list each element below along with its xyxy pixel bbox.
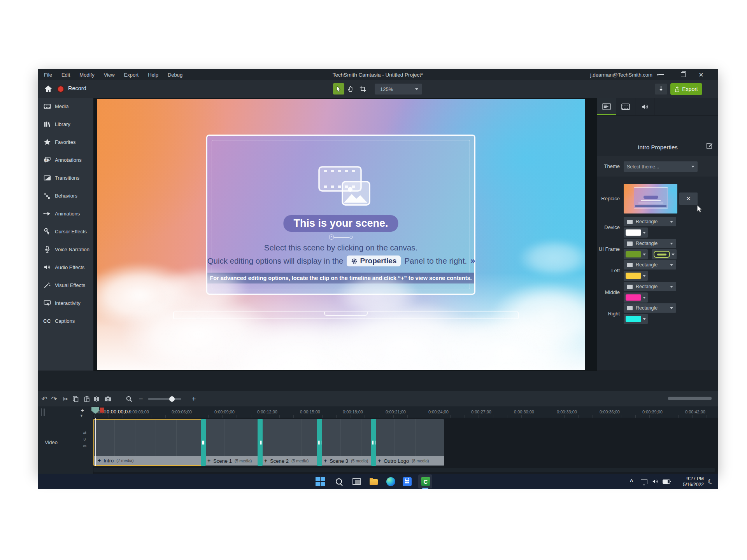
menu-modify[interactable]: Modify [79,72,94,78]
transition-marker[interactable] [317,419,322,466]
clip-outro-logo[interactable]: + Outro Logo (8 media) [374,419,444,466]
record-icon[interactable] [57,86,64,93]
account-menu[interactable]: j.dearman@TechSmith.com [590,69,659,80]
cut-button[interactable]: ✂ [60,391,70,407]
canvas-zoom-dropdown[interactable]: 125% [375,84,422,94]
sidebar-item-library[interactable]: Library [38,118,93,130]
left-shape-dropdown[interactable]: Rectangle [624,260,676,270]
menu-help[interactable]: Help [148,72,158,78]
edge-button[interactable] [386,476,396,486]
device-shape-dropdown[interactable]: Rectangle [624,217,676,226]
ui-frame-shape-dropdown[interactable]: Rectangle [624,239,676,248]
taskbar-clock[interactable]: 9:27 PM 5/16/2022 [674,476,704,487]
playhead-line[interactable] [95,418,96,466]
start-button[interactable] [315,476,325,486]
file-explorer-button[interactable] [368,476,379,486]
sidebar-item-audio-effects[interactable]: Audio Effects [38,261,93,273]
crop-tool-button[interactable] [357,83,368,94]
close-button[interactable]: ✕ [694,69,708,80]
network-tray-button[interactable] [641,474,647,489]
tab-visual-properties[interactable] [597,98,616,115]
clip-scene-3[interactable]: + Scene 3 (5 media) [320,419,374,466]
sidebar-item-favorites[interactable]: Favorites [38,136,93,148]
volume-tray-button[interactable] [652,474,658,489]
split-button[interactable] [91,391,102,407]
device-color-swatch[interactable] [624,228,648,238]
export-button[interactable]: Export [670,83,702,95]
tab-clip-properties[interactable] [616,98,635,115]
copy-button[interactable] [70,391,81,407]
rename-icon[interactable] [706,142,713,149]
middle-shape-dropdown[interactable]: Rectangle [624,282,676,291]
expand-clip-icon[interactable]: + [98,457,101,464]
battery-tray-button[interactable] [663,474,670,489]
zoom-timeline-button[interactable] [124,391,134,407]
redo-button[interactable]: ↷ [49,391,59,407]
sidebar-item-visual-effects[interactable]: Visual Effects [38,279,93,291]
theme-dropdown[interactable]: Select theme... [624,161,698,172]
transition-marker[interactable] [258,419,263,466]
add-track-button[interactable]: + [78,407,87,413]
pan-tool-button[interactable] [345,83,356,94]
middle-color-swatch[interactable] [624,292,648,303]
timeline-zoom-slider[interactable] [148,398,181,400]
sidebar-item-captions[interactable]: CC Captions [38,315,93,327]
menu-view[interactable]: View [104,72,115,78]
store-button[interactable] [402,476,412,486]
clip-scene-2[interactable]: + Scene 2 (5 media) [260,419,320,466]
record-button[interactable]: Record [68,85,86,91]
left-color-swatch[interactable] [624,271,648,281]
expand-clip-icon[interactable]: + [264,458,267,464]
track-gain-control[interactable] [44,408,45,416]
select-tool-button[interactable] [333,83,344,94]
sidebar-item-transitions[interactable]: Transitions [38,172,93,184]
task-view-button[interactable] [351,476,361,486]
tab-audio-properties[interactable] [635,98,654,115]
remove-replace-button[interactable]: ✕ [679,192,698,205]
zoom-out-button[interactable]: − [136,391,146,407]
clip-scene-1[interactable]: + Scene 1 (5 media) [203,419,260,466]
transition-marker[interactable] [201,419,206,466]
paste-button[interactable] [82,391,92,407]
chevron-down-icon[interactable]: ▼ [80,414,83,418]
sidebar-item-voice-narration[interactable]: Voice Narration [38,243,93,255]
transition-marker[interactable] [371,419,376,466]
zoom-in-button[interactable]: + [189,391,199,407]
clip-intro[interactable]: + Intro (7 media) [93,419,203,466]
expand-clip-icon[interactable]: + [324,458,327,464]
timeline-horizontal-scrollbar[interactable] [668,397,712,400]
expand-clip-icon[interactable]: + [378,458,381,464]
night-light-button[interactable]: ☾ [708,474,714,489]
screenshot-button[interactable] [103,391,113,407]
undo-button[interactable]: ↶ [39,391,49,407]
home-button[interactable] [44,84,53,94]
right-shape-dropdown[interactable]: Rectangle [624,303,676,313]
menu-export[interactable]: Export [124,72,139,78]
sidebar-item-animations[interactable]: Animations [38,208,93,219]
device-shape-value: Rectangle [636,219,658,224]
playhead-out-marker[interactable] [100,408,104,413]
minimize-button[interactable] [655,69,668,80]
scene-canvas[interactable]: This is your scene. ✕ Select this scene … [97,99,585,370]
sidebar-item-media[interactable]: Media [38,100,93,112]
tray-chevron[interactable]: ^ [630,474,633,489]
track-gain-control[interactable] [41,408,42,416]
download-button[interactable] [655,84,667,94]
menu-edit[interactable]: Edit [61,72,70,78]
sidebar-item-behaviors[interactable]: Behaviors [38,190,93,201]
sidebar-item-cursor-effects[interactable]: Cursor Effects [38,226,93,237]
sidebar-item-annotations[interactable]: a Annotations [38,154,93,166]
replace-thumbnail[interactable] [624,184,677,214]
ui-frame-fill-swatch[interactable] [624,249,648,259]
right-color-swatch[interactable] [624,314,648,324]
expand-clip-icon[interactable]: + [207,458,210,464]
clip-name: Scene 1 [213,458,232,464]
sidebar-item-interactivity[interactable]: Interactivity [38,297,93,309]
search-button[interactable] [334,476,344,486]
ui-frame-outline-swatch[interactable] [652,249,677,259]
camtasia-taskbar-button[interactable]: C [421,476,431,486]
timeline-zoom-handle[interactable] [169,396,175,402]
menu-file[interactable]: File [44,72,52,78]
menu-debug[interactable]: Debug [168,72,182,78]
restore-button[interactable] [677,69,690,80]
